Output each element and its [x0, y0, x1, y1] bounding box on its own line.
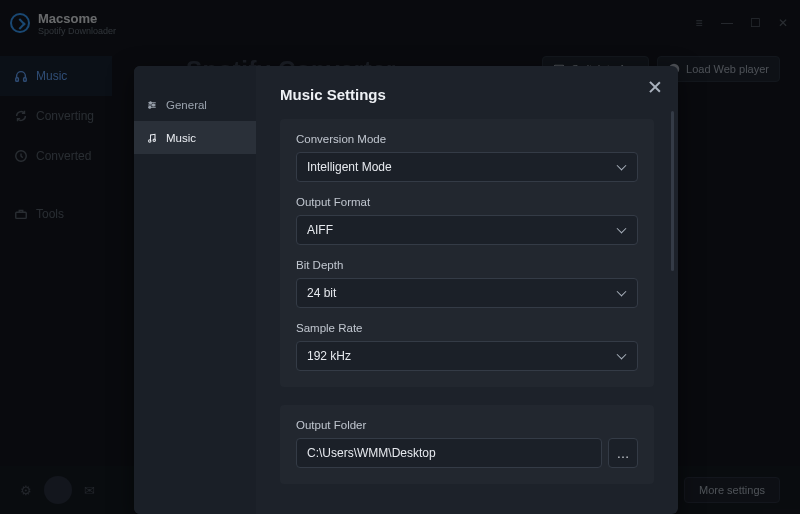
label-sample-rate: Sample Rate: [296, 322, 638, 334]
select-sample-rate[interactable]: 192 kHz: [296, 341, 638, 371]
sliders-icon: [146, 99, 158, 111]
settings-modal: General Music Music Settings Conversion …: [134, 66, 678, 514]
label-output-folder: Output Folder: [296, 419, 638, 431]
label-bit-depth: Bit Depth: [296, 259, 638, 271]
svg-point-9: [149, 139, 151, 141]
tab-general[interactable]: General: [134, 88, 256, 121]
close-icon[interactable]: [648, 80, 662, 94]
svg-point-6: [150, 101, 152, 103]
tab-label: Music: [166, 132, 196, 144]
input-output-folder[interactable]: C:\Users\WMM\Desktop: [296, 438, 602, 468]
tab-label: General: [166, 99, 207, 111]
output-folder-panel: Output Folder C:\Users\WMM\Desktop …: [280, 405, 654, 484]
svg-point-7: [153, 104, 155, 106]
label-conversion-mode: Conversion Mode: [296, 133, 638, 145]
select-output-format[interactable]: AIFF: [296, 215, 638, 245]
svg-point-10: [153, 139, 155, 141]
music-settings-panel: Conversion Mode Intelligent Mode Output …: [280, 119, 654, 387]
modal-title: Music Settings: [280, 86, 654, 103]
select-bit-depth[interactable]: 24 bit: [296, 278, 638, 308]
music-note-icon: [146, 132, 158, 144]
scrollbar[interactable]: [671, 111, 674, 271]
label-output-format: Output Format: [296, 196, 638, 208]
svg-point-8: [149, 106, 151, 108]
tab-music[interactable]: Music: [134, 121, 256, 154]
browse-folder-button[interactable]: …: [608, 438, 638, 468]
select-conversion-mode[interactable]: Intelligent Mode: [296, 152, 638, 182]
